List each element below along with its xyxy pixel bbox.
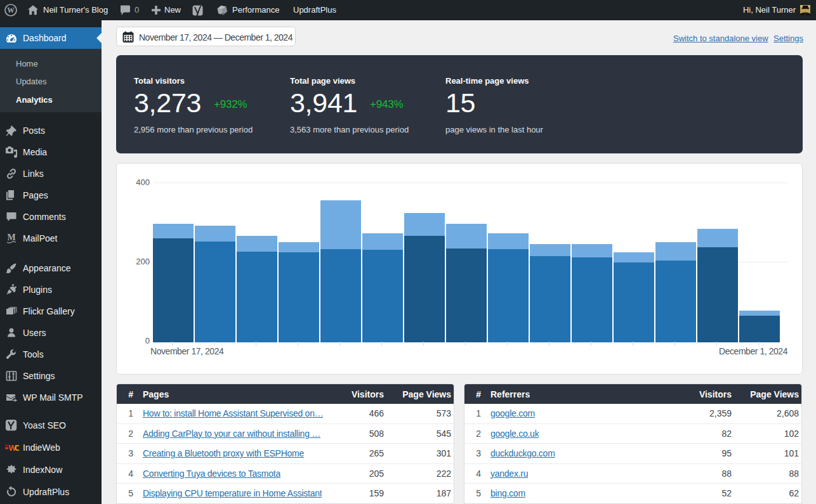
svg-text:W: W (7, 6, 15, 14)
svg-text:C: C (15, 444, 19, 452)
svg-text:M: M (7, 233, 15, 242)
